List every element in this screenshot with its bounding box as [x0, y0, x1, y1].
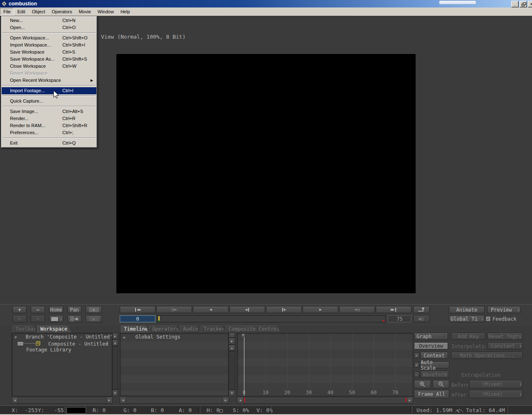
- context-checkbox[interactable]: ✓: [414, 353, 419, 358]
- menu-item-render[interactable]: Render...Ctrl+R: [2, 115, 96, 122]
- current-frame-field[interactable]: 0: [120, 315, 155, 322]
- menu-object[interactable]: Object: [29, 8, 49, 15]
- scroll-left-button[interactable]: ◀: [237, 397, 244, 403]
- history-forward-button[interactable]: →: [31, 315, 45, 322]
- scroll-left-button[interactable]: ◀: [12, 397, 18, 403]
- tab-composite-controls[interactable]: Composite Controls: [226, 326, 281, 333]
- menu-item-quick-capture[interactable]: Quick Capture...: [2, 98, 96, 105]
- go-to-next-marker-button[interactable]: [413, 306, 430, 313]
- menu-item-render-to-ram[interactable]: Render to RAM...Ctrl+Shift+R: [2, 122, 96, 129]
- step-back-button[interactable]: ◀: [229, 306, 265, 313]
- tree-branch-row[interactable]: ▼ Branch 'Composite - Untitled': [15, 334, 113, 340]
- tree-composite-row[interactable]: Composite - Untitled ◀: [12, 340, 112, 346]
- list-scrollbar-track[interactable]: [229, 351, 235, 390]
- scroll-right-button[interactable]: ▶: [106, 397, 112, 403]
- interpolation-dropdown[interactable]: Constant ▴▾: [487, 342, 523, 349]
- timeline-horizontal-scrollbar[interactable]: ◀ ▶: [237, 397, 413, 404]
- after-extrapolation-dropdown[interactable]: (Mixed) ▴▾: [469, 390, 523, 398]
- context-button[interactable]: Context: [420, 352, 448, 359]
- menu-item-exit[interactable]: ExitCtrl+Q: [2, 140, 96, 147]
- preview-dropdown[interactable]: Preview ▴▾: [487, 306, 521, 313]
- play-from-current-button[interactable]: →□: [339, 306, 375, 313]
- go-to-end-button[interactable]: ▶▶: [376, 306, 411, 313]
- menu-file[interactable]: File: [0, 8, 14, 15]
- scrollbar-track[interactable]: [18, 397, 106, 403]
- play-to-current-button[interactable]: □←: [156, 306, 192, 313]
- add-key-button[interactable]: Add Key: [451, 333, 485, 340]
- waveform-button[interactable]: Waveform: [420, 371, 449, 378]
- timeline-slider[interactable]: [157, 315, 386, 322]
- global-settings-row[interactable]: ▶ Global Settings: [123, 334, 180, 340]
- before-extrapolation-dropdown[interactable]: (Mixed) ▴▾: [469, 380, 523, 388]
- tree-scrollbar-track[interactable]: [112, 346, 118, 390]
- scroll-right-button[interactable]: ▶: [406, 397, 413, 403]
- home-button[interactable]: Home: [49, 306, 63, 313]
- menu-item-save-image[interactable]: Save Image...Ctrl+Alt+S: [2, 108, 96, 115]
- menu-item-save-workspace-as[interactable]: Save Workspace As...Ctrl+Shift+S: [2, 56, 96, 63]
- list-scroll-expand-button[interactable]: ▶: [229, 338, 235, 344]
- menu-item-open-recent-workspace[interactable]: Open Recent Workspace▶: [2, 77, 96, 84]
- menu-help[interactable]: Help: [117, 8, 133, 15]
- pan-button[interactable]: Pan: [67, 306, 81, 313]
- menu-item-import-footage[interactable]: Import Footage...Ctrl+I: [2, 87, 96, 94]
- global-time-dropdown[interactable]: Global Time ▴▾: [449, 315, 485, 322]
- audio-mute-button[interactable]: [413, 315, 430, 322]
- menu-item-preferences[interactable]: Preferences...Ctrl+;: [2, 129, 96, 136]
- feedback-checkbox[interactable]: ✓: [485, 316, 491, 322]
- menu-item-save-workspace[interactable]: Save WorkspaceCtrl+S: [2, 49, 96, 56]
- layer-visibility-toggle[interactable]: [17, 341, 24, 346]
- graph-zoom-out-button[interactable]: [433, 380, 449, 388]
- list-scroll-up-button[interactable]: ▲: [229, 344, 235, 351]
- branch-down-button[interactable]: ↓: [86, 315, 102, 322]
- scrollbar-track[interactable]: [126, 397, 222, 403]
- playhead-line[interactable]: [244, 337, 244, 390]
- scroll-right-button[interactable]: ▶: [222, 397, 229, 403]
- auto-scale-checkbox[interactable]: ✓: [414, 362, 419, 368]
- auto-scale-button[interactable]: Auto Scale: [420, 361, 449, 368]
- list-scroll-down-button[interactable]: ▼: [229, 390, 235, 396]
- tree-scroll-up-button[interactable]: ▲: [112, 339, 118, 346]
- tree-scroll-down-button[interactable]: ▼: [112, 390, 118, 396]
- tab-toolbar[interactable]: Toolbar: [12, 326, 37, 333]
- timeline-ruler[interactable]: 0 10 20 30 40 50 60 70: [237, 390, 413, 396]
- math-operations-button[interactable]: Math Operations...: [451, 352, 523, 359]
- frame-all-button[interactable]: Frame All: [414, 390, 449, 398]
- menu-item-import-workspace[interactable]: Import Workspace...Ctrl+Shift+I: [2, 42, 96, 49]
- menu-item-open-workspace[interactable]: Open Workspace...Ctrl+Shift+O: [2, 34, 96, 42]
- scroll-left-button[interactable]: ◀: [120, 397, 126, 403]
- minimize-button[interactable]: _: [511, 1, 519, 7]
- close-button[interactable]: ×: [528, 1, 532, 7]
- list-horizontal-scrollbar[interactable]: ◀ ▶: [120, 397, 229, 404]
- menu-window[interactable]: Window: [94, 8, 117, 15]
- tree-horizontal-scrollbar[interactable]: ◀ ▶: [12, 397, 113, 404]
- tab-audio[interactable]: Audio: [180, 326, 201, 333]
- schematic-view-button[interactable]: [67, 315, 81, 322]
- menu-item-new[interactable]: New...Ctrl+N: [2, 17, 96, 24]
- menu-item-open[interactable]: Open...Ctrl+O: [2, 24, 96, 31]
- reset-tangents-button[interactable]: Reset Tngts: [487, 333, 523, 340]
- zoom-out-button[interactable]: −: [31, 306, 45, 313]
- duration-field[interactable]: 75: [388, 315, 411, 322]
- animate-button[interactable]: Animate: [449, 306, 485, 313]
- list-scroll-collapse-button[interactable]: ˆ: [229, 333, 235, 338]
- graph-mode-dropdown[interactable]: Graph: [414, 333, 448, 340]
- step-forward-button[interactable]: ▶: [266, 306, 302, 313]
- tab-timeline[interactable]: Timeline: [121, 326, 149, 333]
- play-button[interactable]: ▶: [303, 306, 338, 313]
- graph-zoom-in-button[interactable]: [414, 380, 431, 388]
- composite-viewport[interactable]: [116, 54, 416, 293]
- menu-edit[interactable]: Edit: [14, 8, 29, 15]
- tab-operators[interactable]: Operators: [149, 326, 180, 333]
- restore-button[interactable]: [520, 1, 527, 7]
- tab-tracker[interactable]: Tracker: [201, 326, 226, 333]
- menu-item-close-workspace[interactable]: Close WorkspaceCtrl+W: [2, 63, 96, 70]
- scrollbar-track[interactable]: [244, 397, 406, 403]
- tree-scroll-expand-button[interactable]: ▶: [112, 333, 118, 339]
- playhead-handle-icon[interactable]: ▽: [242, 333, 244, 337]
- waveform-checkbox[interactable]: ✓: [414, 372, 419, 377]
- zoom-in-button[interactable]: +: [12, 306, 27, 313]
- menu-movie[interactable]: Movie: [75, 8, 94, 15]
- tab-workspace[interactable]: Workspace: [37, 326, 71, 333]
- tree-footage-library-row[interactable]: Footage Library: [26, 347, 71, 353]
- history-back-button[interactable]: ←: [12, 315, 27, 322]
